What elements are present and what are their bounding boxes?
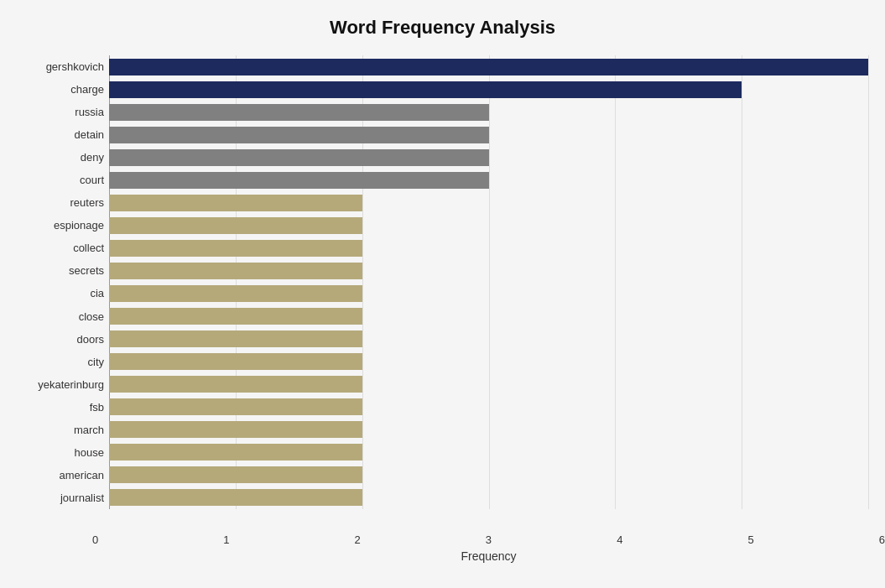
bar-row-close bbox=[109, 307, 868, 325]
x-tick-6: 6 bbox=[879, 533, 885, 546]
bar-row-yekaterinburg bbox=[109, 375, 868, 393]
y-label-secrets: secrets bbox=[17, 265, 104, 276]
bar-doors bbox=[109, 330, 362, 347]
y-label-fsb: fsb bbox=[17, 402, 104, 413]
y-label-collect: collect bbox=[17, 242, 104, 253]
x-tick-1: 1 bbox=[223, 533, 229, 546]
bar-row-fsb bbox=[109, 398, 868, 416]
x-axis-label: Frequency bbox=[92, 549, 885, 563]
bar-rows bbox=[109, 55, 868, 509]
chart-title: Word Frequency Analysis bbox=[17, 17, 868, 39]
chart-area: gershkovichchargerussiadetaindenycourtre… bbox=[17, 55, 868, 509]
y-label-close: close bbox=[17, 311, 104, 322]
x-tick-4: 4 bbox=[617, 533, 622, 546]
bar-row-house bbox=[109, 443, 868, 461]
bar-detain bbox=[109, 127, 489, 143]
y-label-yekaterinburg: yekaterinburg bbox=[17, 379, 104, 390]
bar-yekaterinburg bbox=[109, 376, 362, 393]
x-axis: 0123456 Frequency bbox=[92, 533, 885, 563]
bar-secrets bbox=[109, 263, 362, 279]
y-label-espionage: espionage bbox=[17, 220, 104, 231]
bar-row-american bbox=[109, 466, 868, 484]
bar-court bbox=[109, 172, 489, 189]
bar-charge bbox=[109, 81, 742, 98]
bar-deny bbox=[109, 149, 489, 166]
x-tick-2: 2 bbox=[355, 533, 361, 546]
bar-march bbox=[109, 421, 362, 438]
y-label-charge: charge bbox=[17, 84, 104, 95]
bar-row-march bbox=[109, 420, 868, 439]
y-label-house: house bbox=[17, 447, 104, 458]
bar-journalist bbox=[109, 489, 362, 506]
bar-row-charge bbox=[109, 81, 868, 99]
bar-fsb bbox=[109, 398, 362, 415]
y-label-detain: detain bbox=[17, 129, 104, 140]
y-label-doors: doors bbox=[17, 334, 104, 345]
chart-container: Word Frequency Analysis gershkovichcharg… bbox=[0, 0, 885, 588]
bar-row-doors bbox=[109, 330, 868, 348]
grid-line-6 bbox=[868, 55, 869, 509]
bar-row-deny bbox=[109, 148, 868, 167]
y-label-american: american bbox=[17, 470, 104, 481]
y-label-march: march bbox=[17, 424, 104, 435]
bar-american bbox=[109, 466, 362, 483]
y-label-city: city bbox=[17, 356, 104, 367]
y-label-deny: deny bbox=[17, 152, 104, 163]
y-label-cia: cia bbox=[17, 288, 104, 299]
bar-russia bbox=[109, 104, 489, 121]
bar-row-russia bbox=[109, 103, 868, 122]
bar-row-gershkovich bbox=[109, 58, 868, 76]
x-tick-5: 5 bbox=[747, 533, 753, 546]
bar-row-collect bbox=[109, 239, 868, 258]
bar-collect bbox=[109, 240, 362, 257]
x-tick-labels: 0123456 bbox=[92, 533, 885, 546]
y-label-reuters: reuters bbox=[17, 197, 104, 208]
bar-row-court bbox=[109, 171, 868, 190]
y-label-journalist: journalist bbox=[17, 492, 104, 503]
bar-close bbox=[109, 308, 362, 325]
bar-house bbox=[109, 444, 362, 461]
bar-row-city bbox=[109, 352, 868, 371]
bar-row-journalist bbox=[109, 488, 868, 507]
bar-espionage bbox=[109, 217, 362, 234]
bar-row-secrets bbox=[109, 262, 868, 280]
x-tick-3: 3 bbox=[486, 533, 492, 546]
bar-cia bbox=[109, 285, 362, 302]
bar-row-detain bbox=[109, 126, 868, 144]
y-label-court: court bbox=[17, 174, 104, 185]
bar-city bbox=[109, 353, 362, 370]
bar-row-espionage bbox=[109, 216, 868, 235]
bar-row-cia bbox=[109, 284, 868, 303]
y-label-gershkovich: gershkovich bbox=[17, 61, 104, 72]
bar-gershkovich bbox=[109, 59, 868, 75]
bar-reuters bbox=[109, 195, 362, 211]
x-tick-0: 0 bbox=[92, 533, 98, 546]
bars-and-grid bbox=[109, 55, 868, 509]
y-labels: gershkovichchargerussiadetaindenycourtre… bbox=[17, 55, 109, 509]
bar-row-reuters bbox=[109, 194, 868, 212]
y-label-russia: russia bbox=[17, 107, 104, 117]
